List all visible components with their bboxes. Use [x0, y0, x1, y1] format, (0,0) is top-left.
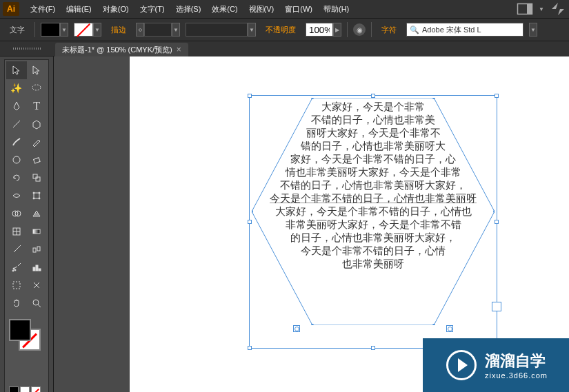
- color-mode-solid[interactable]: [9, 386, 19, 392]
- hand-tool[interactable]: [6, 294, 27, 312]
- menu-effect[interactable]: 效果(C): [206, 1, 243, 17]
- menu-help[interactable]: 帮助(H): [318, 1, 355, 17]
- layout-dropdown-icon[interactable]: ▼: [539, 6, 544, 12]
- color-mode-none[interactable]: [31, 386, 41, 392]
- perspective-grid-tool[interactable]: [27, 205, 48, 223]
- brush-profile-input[interactable]: [186, 23, 248, 37]
- menu-view[interactable]: 视图(V): [243, 1, 280, 17]
- svg-rect-28: [13, 282, 20, 289]
- svg-marker-4: [33, 121, 40, 129]
- stroke-swatch-none[interactable]: [74, 23, 93, 37]
- stroke-dropdown-icon[interactable]: ▼: [93, 23, 101, 37]
- menu-type[interactable]: 文字(T): [134, 1, 170, 17]
- app-icon: Ai: [3, 2, 19, 16]
- scale-tool[interactable]: [27, 169, 48, 187]
- opacity-dropdown-icon[interactable]: ▶: [333, 23, 341, 37]
- gradient-tool[interactable]: [27, 223, 48, 240]
- fill-swatch[interactable]: [41, 23, 60, 37]
- svg-point-10: [33, 192, 34, 194]
- opacity-label[interactable]: 不透明度: [261, 23, 300, 37]
- stroke-weight-dropdown-icon[interactable]: ▼: [172, 23, 180, 37]
- watermark-title: 溜溜自学: [485, 351, 548, 371]
- pencil-tool[interactable]: [27, 133, 48, 151]
- lasso-tool[interactable]: [27, 79, 48, 97]
- svg-rect-25: [33, 267, 35, 271]
- fill-color-control[interactable]: ▼: [41, 23, 68, 37]
- stroke-weight-input[interactable]: [144, 23, 172, 37]
- svg-rect-9: [34, 193, 39, 198]
- font-dropdown-icon[interactable]: ▼: [529, 23, 537, 37]
- zoom-tool[interactable]: [27, 294, 48, 312]
- svg-point-23: [12, 270, 14, 271]
- direct-selection-tool[interactable]: [27, 61, 48, 79]
- recolor-icon[interactable]: ◉: [353, 23, 366, 36]
- menu-edit[interactable]: 编辑(E): [61, 1, 97, 17]
- stroke-label[interactable]: 描边: [107, 23, 130, 37]
- rectangle-tool[interactable]: [27, 115, 48, 133]
- menu-select[interactable]: 选择(S): [170, 1, 207, 17]
- font-search-input[interactable]: 🔍 Adobe 宋体 Std L: [406, 23, 523, 37]
- text-out-port[interactable]: [446, 325, 453, 332]
- canvas-area[interactable]: 大家好，今天是个非常 不错的日子，心情也非常美 丽呀大家好，今天是个非常不 错的…: [54, 56, 569, 392]
- eyedropper-tool[interactable]: [6, 240, 27, 258]
- watermark-url: zixue.3d66.com: [485, 371, 548, 380]
- color-mode-gradient[interactable]: [20, 386, 30, 392]
- rotate-tool[interactable]: [6, 169, 27, 187]
- main-area: ✨ T: [0, 56, 569, 392]
- free-transform-tool[interactable]: [27, 187, 48, 205]
- selection-handle[interactable]: [495, 94, 499, 98]
- svg-line-30: [38, 305, 41, 307]
- line-segment-tool[interactable]: [6, 115, 27, 133]
- eraser-tool[interactable]: [27, 151, 48, 169]
- blend-tool[interactable]: [27, 240, 48, 258]
- fill-dropdown-icon[interactable]: ▼: [60, 23, 68, 37]
- font-name: Adobe 宋体 Std L: [422, 25, 481, 35]
- blob-brush-tool[interactable]: [6, 151, 27, 169]
- stroke-stepper-icon[interactable]: ≎: [136, 23, 144, 37]
- document-tab[interactable]: 未标题-1* @ 150% (CMYK/预览) ×: [55, 43, 188, 56]
- brush-profile-dropdown-icon[interactable]: ▼: [248, 23, 256, 37]
- width-tool[interactable]: [6, 187, 27, 205]
- opacity-control[interactable]: ▶: [306, 23, 341, 37]
- paintbrush-tool[interactable]: [6, 133, 27, 151]
- fill-color-box[interactable]: [9, 319, 31, 341]
- pen-tool[interactable]: [6, 97, 27, 115]
- text-in-port[interactable]: [293, 325, 300, 332]
- tab-title: 未标题-1* @ 150% (CMYK/预览): [62, 45, 172, 55]
- text-hexagon-object[interactable]: 大家好，今天是个非常 不错的日子，心情也非常美 丽呀大家好，今天是个非常不 错的…: [252, 98, 495, 325]
- menu-file[interactable]: 文件(F): [25, 1, 61, 17]
- tabbar: 未标题-1* @ 150% (CMYK/预览) ×: [0, 41, 569, 56]
- svg-rect-20: [33, 248, 36, 252]
- slice-tool[interactable]: [27, 276, 48, 294]
- opacity-input[interactable]: [306, 23, 333, 37]
- mesh-tool[interactable]: [6, 223, 27, 240]
- column-graph-tool[interactable]: [27, 258, 48, 276]
- area-type-content[interactable]: 大家好，今天是个非常 不错的日子，心情也非常美 丽呀大家好，今天是个非常不 错的…: [252, 101, 495, 271]
- shape-builder-tool[interactable]: [6, 205, 27, 223]
- svg-rect-1: [527, 4, 532, 14]
- menu-object[interactable]: 对象(O): [97, 1, 134, 17]
- tab-close-icon[interactable]: ×: [177, 45, 181, 54]
- artboard[interactable]: 大家好，今天是个非常 不错的日子，心情也非常美 丽呀大家好，今天是个非常不 错的…: [130, 56, 569, 392]
- text-overflow-marker[interactable]: [492, 302, 501, 311]
- svg-point-22: [13, 268, 14, 269]
- stroke-weight-control[interactable]: ≎ ▼: [136, 23, 180, 37]
- panel-grip[interactable]: [0, 41, 54, 56]
- svg-rect-27: [39, 269, 41, 271]
- divider: [34, 22, 35, 37]
- character-label[interactable]: 字符: [377, 23, 401, 37]
- magic-wand-tool[interactable]: ✨: [6, 79, 27, 97]
- artboard-tool[interactable]: [6, 276, 27, 294]
- brush-profile-control[interactable]: ▼: [186, 23, 256, 37]
- sync-icon[interactable]: [550, 2, 566, 16]
- selection-handle[interactable]: [248, 346, 252, 350]
- menu-window[interactable]: 窗口(W): [279, 1, 318, 17]
- selection-handle[interactable]: [371, 346, 375, 350]
- type-tool[interactable]: T: [27, 97, 48, 115]
- symbol-sprayer-tool[interactable]: [6, 258, 27, 276]
- selection-tool[interactable]: [6, 61, 27, 79]
- layout-icon[interactable]: [517, 2, 533, 16]
- svg-point-29: [33, 300, 39, 305]
- selection-handle[interactable]: [495, 220, 499, 224]
- stroke-color-control[interactable]: ▼: [74, 23, 101, 37]
